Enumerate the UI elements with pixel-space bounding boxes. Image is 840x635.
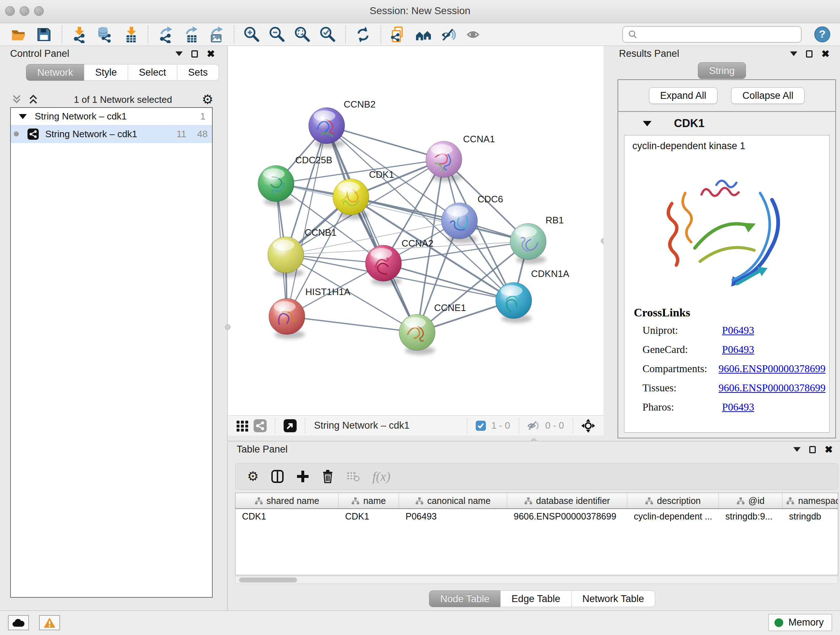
warning-status-button[interactable] xyxy=(39,615,60,630)
table-panel: Table Panel ✖ ⚙ xyxy=(228,441,840,610)
open-session-button[interactable] xyxy=(8,24,29,44)
table-cell[interactable]: CDK1 xyxy=(339,509,399,524)
detach-view-icon[interactable] xyxy=(283,419,297,432)
node-CCNA1[interactable] xyxy=(426,141,462,177)
hidden-eye-slash-icon[interactable] xyxy=(527,420,540,432)
export-image-button[interactable] xyxy=(205,24,226,44)
node-CCNB1[interactable] xyxy=(268,237,304,273)
save-session-button[interactable] xyxy=(33,24,54,44)
collapse-all-button[interactable]: Collapse All xyxy=(731,87,805,104)
hide-selected-button[interactable] xyxy=(439,24,459,44)
node-CDC6[interactable] xyxy=(441,203,477,239)
column-type-icon xyxy=(415,497,424,505)
node-CDKN1A[interactable] xyxy=(496,282,532,318)
collapse-all-icon[interactable] xyxy=(11,94,22,105)
memory-button[interactable]: Memory xyxy=(768,614,832,631)
duplicate-network-button[interactable] xyxy=(388,24,409,44)
table-panel-float-icon[interactable] xyxy=(809,446,816,453)
node-CCNE1[interactable] xyxy=(399,314,435,350)
cloud-status-button[interactable] xyxy=(8,615,29,630)
uniprot-link[interactable]: P06493 xyxy=(722,325,754,336)
gene-section-collapse-icon[interactable] xyxy=(643,121,652,126)
network-share-view-icon[interactable] xyxy=(253,419,267,432)
create-column-plus-icon[interactable] xyxy=(296,470,309,483)
table-horizontal-scrollbar[interactable] xyxy=(235,576,838,584)
zoom-in-button[interactable] xyxy=(241,24,262,44)
control-panel-float-icon[interactable] xyxy=(191,50,198,57)
node-RB1[interactable] xyxy=(510,223,546,260)
tab-sets[interactable]: Sets xyxy=(177,64,219,81)
node-table-data-row[interactable]: CDK1CDK1P064939606.ENSP00000378699cyclin… xyxy=(235,509,838,524)
expand-all-button[interactable]: Expand All xyxy=(649,87,718,104)
table-cell[interactable]: stringdb:9... xyxy=(719,509,783,524)
delete-column-trash-icon[interactable] xyxy=(322,470,334,483)
expand-all-icon[interactable] xyxy=(27,94,39,105)
pharos-link[interactable]: P06493 xyxy=(722,401,754,413)
table-cell[interactable]: P06493 xyxy=(399,509,507,524)
column-header--id[interactable]: @id xyxy=(719,493,783,508)
import-network-button[interactable] xyxy=(69,24,90,44)
table-cell[interactable]: cyclin-dependent ... xyxy=(627,509,719,524)
network-options-gear-icon[interactable]: ⚙ xyxy=(202,93,213,106)
show-columns-icon[interactable] xyxy=(271,470,284,483)
table-panel-close-icon[interactable]: ✖ xyxy=(824,446,833,453)
tissues-link[interactable]: 9606.ENSP00000378699 xyxy=(718,382,826,394)
tab-select[interactable]: Select xyxy=(128,64,177,81)
column-header-canonical-name[interactable]: canonical name xyxy=(399,493,507,508)
import-table-button[interactable] xyxy=(119,24,141,44)
column-header-description[interactable]: description xyxy=(627,493,719,508)
export-table-button[interactable] xyxy=(180,24,201,44)
node-CDK1[interactable] xyxy=(333,179,369,215)
show-all-button[interactable] xyxy=(464,24,485,44)
first-neighbors-button[interactable] xyxy=(413,24,434,44)
table-cell[interactable]: CDK1 xyxy=(235,509,339,524)
column-header-database-identifier[interactable]: database identifier xyxy=(507,493,627,508)
tab-string[interactable]: String xyxy=(698,62,746,79)
node-HIST1H1A[interactable] xyxy=(269,298,305,334)
tab-node-table[interactable]: Node Table xyxy=(429,591,501,607)
zoom-fit-button[interactable] xyxy=(292,24,313,44)
table-settings-gear-icon[interactable]: ⚙ xyxy=(247,470,259,483)
column-header-namespac[interactable]: namespac xyxy=(783,493,838,508)
zoom-out-button[interactable] xyxy=(266,24,287,44)
control-panel-menu-icon[interactable] xyxy=(175,51,183,56)
network-row-selected[interactable]: String Network – cdk1 11 48 xyxy=(11,125,212,143)
tab-network-table[interactable]: Network Table xyxy=(571,591,655,607)
table-cell[interactable]: stringdb xyxy=(783,509,838,524)
node-CCNA2[interactable] xyxy=(365,245,401,281)
tab-network[interactable]: Network xyxy=(26,64,84,81)
gene-section-header[interactable]: CDK1 xyxy=(618,112,835,135)
birdseye-navigator-icon[interactable] xyxy=(581,418,595,433)
column-header-name[interactable]: name xyxy=(339,493,399,508)
results-panel-menu-icon[interactable] xyxy=(790,51,797,56)
search-input[interactable] xyxy=(641,29,796,40)
table-panel-menu-icon[interactable] xyxy=(793,447,801,452)
node-CCNB2[interactable] xyxy=(309,108,345,144)
scrollbar-thumb[interactable] xyxy=(239,578,297,583)
results-panel-float-icon[interactable] xyxy=(806,50,813,57)
column-header-shared-name[interactable]: shared name xyxy=(235,493,339,508)
results-panel: Results Panel ✖ String Expand All Collap… xyxy=(604,46,840,441)
selected-checkbox-icon[interactable] xyxy=(475,420,486,431)
collection-expand-icon[interactable] xyxy=(19,114,27,119)
network-collection-row[interactable]: String Network – cdk1 1 xyxy=(11,108,212,125)
table-cell[interactable]: 9606.ENSP00000378699 xyxy=(507,509,627,524)
results-panel-close-icon[interactable]: ✖ xyxy=(821,50,829,57)
help-button[interactable]: ? xyxy=(814,26,831,43)
compartments-link[interactable]: 9606.ENSP00000378699 xyxy=(718,363,826,375)
control-panel-close-icon[interactable]: ✖ xyxy=(207,50,215,57)
zoom-selected-button[interactable] xyxy=(317,24,338,44)
tab-style[interactable]: Style xyxy=(84,64,128,81)
node-CDC25B[interactable] xyxy=(258,165,294,202)
import-database-button[interactable] xyxy=(94,24,115,44)
export-network-button[interactable] xyxy=(155,24,176,44)
network-view-canvas[interactable]: CCNB2CCNA1CDC25BCDK1CDC6RB1CCNB1CCNA2CDK… xyxy=(228,46,603,415)
left-splitter-handle[interactable] xyxy=(225,325,231,330)
refresh-view-button[interactable] xyxy=(352,24,373,44)
grid-view-icon[interactable] xyxy=(236,419,249,432)
tab-edge-table[interactable]: Edge Table xyxy=(500,591,572,607)
search-box[interactable] xyxy=(622,26,802,43)
genecard-link[interactable]: P06493 xyxy=(722,344,754,356)
edge-HIST1H1A-CCNE1[interactable] xyxy=(287,317,417,333)
import-network-icon xyxy=(71,26,88,43)
